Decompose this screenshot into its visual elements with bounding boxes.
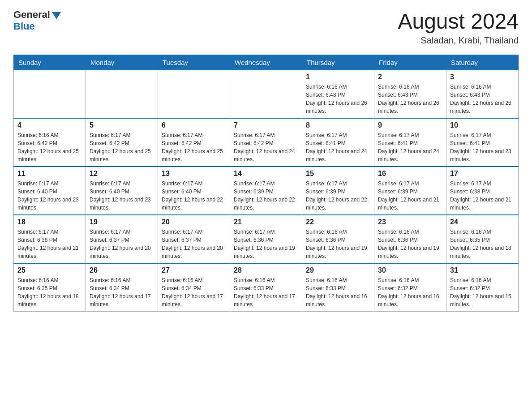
- logo-blue-text: Blue: [13, 21, 61, 32]
- day-number: 10: [450, 121, 515, 129]
- day-info: Sunrise: 6:16 AM Sunset: 6:43 PM Dayligh…: [450, 83, 515, 115]
- day-number: 25: [17, 266, 82, 274]
- day-number: 5: [90, 121, 154, 129]
- day-number: 27: [162, 266, 226, 274]
- calendar-cell: 18Sunrise: 6:17 AM Sunset: 6:38 PM Dayli…: [14, 215, 86, 263]
- day-info: Sunrise: 6:16 AM Sunset: 6:34 PM Dayligh…: [90, 276, 154, 308]
- day-number: 13: [162, 170, 226, 178]
- logo-general-text: General: [13, 9, 50, 21]
- day-info: Sunrise: 6:17 AM Sunset: 6:36 PM Dayligh…: [234, 228, 298, 260]
- day-info: Sunrise: 6:17 AM Sunset: 6:41 PM Dayligh…: [378, 131, 442, 163]
- calendar-cell: 3Sunrise: 6:16 AM Sunset: 6:43 PM Daylig…: [446, 70, 519, 119]
- calendar-week-row: 18Sunrise: 6:17 AM Sunset: 6:38 PM Dayli…: [14, 215, 519, 263]
- day-info: Sunrise: 6:17 AM Sunset: 6:41 PM Dayligh…: [450, 131, 515, 163]
- calendar-cell: 24Sunrise: 6:16 AM Sunset: 6:35 PM Dayli…: [446, 215, 519, 263]
- day-info: Sunrise: 6:17 AM Sunset: 6:41 PM Dayligh…: [306, 131, 370, 163]
- day-number: 15: [306, 170, 370, 178]
- calendar-cell: 26Sunrise: 6:16 AM Sunset: 6:34 PM Dayli…: [86, 263, 158, 312]
- day-number: 11: [17, 170, 82, 178]
- location-title: Saladan, Krabi, Thailand: [398, 35, 519, 46]
- calendar-cell: 8Sunrise: 6:17 AM Sunset: 6:41 PM Daylig…: [302, 118, 374, 167]
- calendar-cell: 31Sunrise: 6:16 AM Sunset: 6:32 PM Dayli…: [446, 263, 519, 312]
- calendar-cell: 28Sunrise: 6:16 AM Sunset: 6:33 PM Dayli…: [230, 263, 302, 312]
- day-number: 7: [234, 121, 298, 129]
- weekday-header: Saturday: [446, 55, 519, 70]
- day-info: Sunrise: 6:17 AM Sunset: 6:40 PM Dayligh…: [162, 180, 226, 212]
- weekday-header: Thursday: [302, 55, 374, 70]
- calendar-cell: [230, 70, 302, 119]
- day-number: 29: [306, 266, 370, 274]
- day-info: Sunrise: 6:16 AM Sunset: 6:43 PM Dayligh…: [378, 83, 442, 115]
- calendar-week-row: 11Sunrise: 6:17 AM Sunset: 6:40 PM Dayli…: [14, 167, 519, 215]
- day-info: Sunrise: 6:16 AM Sunset: 6:42 PM Dayligh…: [17, 131, 82, 163]
- calendar-week-row: 4Sunrise: 6:16 AM Sunset: 6:42 PM Daylig…: [14, 118, 519, 167]
- day-number: 14: [234, 170, 298, 178]
- day-number: 20: [162, 218, 226, 226]
- day-info: Sunrise: 6:17 AM Sunset: 6:42 PM Dayligh…: [162, 131, 226, 163]
- day-info: Sunrise: 6:17 AM Sunset: 6:39 PM Dayligh…: [234, 180, 298, 212]
- day-number: 16: [378, 170, 442, 178]
- day-info: Sunrise: 6:16 AM Sunset: 6:36 PM Dayligh…: [306, 228, 370, 260]
- day-number: 12: [90, 170, 154, 178]
- day-info: Sunrise: 6:16 AM Sunset: 6:33 PM Dayligh…: [234, 276, 298, 308]
- logo: General Blue: [13, 9, 61, 32]
- day-number: 8: [306, 121, 370, 129]
- calendar-cell: 25Sunrise: 6:16 AM Sunset: 6:35 PM Dayli…: [14, 263, 86, 312]
- calendar-cell: 19Sunrise: 6:17 AM Sunset: 6:37 PM Dayli…: [86, 215, 158, 263]
- day-number: 2: [378, 73, 442, 81]
- calendar-cell: [14, 70, 86, 119]
- calendar-cell: 7Sunrise: 6:17 AM Sunset: 6:42 PM Daylig…: [230, 118, 302, 167]
- day-info: Sunrise: 6:17 AM Sunset: 6:37 PM Dayligh…: [90, 228, 154, 260]
- calendar-cell: 13Sunrise: 6:17 AM Sunset: 6:40 PM Dayli…: [158, 167, 230, 215]
- calendar-cell: 4Sunrise: 6:16 AM Sunset: 6:42 PM Daylig…: [14, 118, 86, 167]
- calendar-cell: [158, 70, 230, 119]
- day-number: 24: [450, 218, 515, 226]
- weekday-header: Friday: [374, 55, 446, 70]
- title-section: August 2024 Saladan, Krabi, Thailand: [398, 9, 519, 46]
- calendar-cell: 12Sunrise: 6:17 AM Sunset: 6:40 PM Dayli…: [86, 167, 158, 215]
- calendar-cell: 11Sunrise: 6:17 AM Sunset: 6:40 PM Dayli…: [14, 167, 86, 215]
- day-number: 19: [90, 218, 154, 226]
- day-number: 22: [306, 218, 370, 226]
- calendar-table: SundayMondayTuesdayWednesdayThursdayFrid…: [13, 55, 519, 312]
- day-info: Sunrise: 6:17 AM Sunset: 6:38 PM Dayligh…: [17, 228, 82, 260]
- day-info: Sunrise: 6:17 AM Sunset: 6:40 PM Dayligh…: [90, 180, 154, 212]
- calendar-cell: 16Sunrise: 6:17 AM Sunset: 6:39 PM Dayli…: [374, 167, 446, 215]
- calendar-header-row: SundayMondayTuesdayWednesdayThursdayFrid…: [14, 55, 519, 70]
- calendar-cell: 2Sunrise: 6:16 AM Sunset: 6:43 PM Daylig…: [374, 70, 446, 119]
- calendar-cell: 6Sunrise: 6:17 AM Sunset: 6:42 PM Daylig…: [158, 118, 230, 167]
- day-info: Sunrise: 6:17 AM Sunset: 6:38 PM Dayligh…: [450, 180, 515, 212]
- day-number: 21: [234, 218, 298, 226]
- calendar-cell: 29Sunrise: 6:16 AM Sunset: 6:33 PM Dayli…: [302, 263, 374, 312]
- calendar-cell: 30Sunrise: 6:16 AM Sunset: 6:32 PM Dayli…: [374, 263, 446, 312]
- month-title: August 2024: [398, 9, 519, 34]
- day-number: 1: [306, 73, 370, 81]
- day-number: 9: [378, 121, 442, 129]
- day-info: Sunrise: 6:16 AM Sunset: 6:43 PM Dayligh…: [306, 83, 370, 115]
- day-info: Sunrise: 6:17 AM Sunset: 6:37 PM Dayligh…: [162, 228, 226, 260]
- calendar-cell: 20Sunrise: 6:17 AM Sunset: 6:37 PM Dayli…: [158, 215, 230, 263]
- day-info: Sunrise: 6:16 AM Sunset: 6:34 PM Dayligh…: [162, 276, 226, 308]
- page-header: General Blue August 2024 Saladan, Krabi,…: [13, 9, 519, 46]
- day-number: 4: [17, 121, 82, 129]
- calendar-cell: 21Sunrise: 6:17 AM Sunset: 6:36 PM Dayli…: [230, 215, 302, 263]
- day-info: Sunrise: 6:17 AM Sunset: 6:42 PM Dayligh…: [90, 131, 154, 163]
- calendar-week-row: 25Sunrise: 6:16 AM Sunset: 6:35 PM Dayli…: [14, 263, 519, 312]
- day-number: 31: [450, 266, 515, 274]
- calendar-week-row: 1Sunrise: 6:16 AM Sunset: 6:43 PM Daylig…: [14, 70, 519, 119]
- weekday-header: Sunday: [14, 55, 86, 70]
- day-number: 28: [234, 266, 298, 274]
- calendar-cell: 9Sunrise: 6:17 AM Sunset: 6:41 PM Daylig…: [374, 118, 446, 167]
- day-number: 30: [378, 266, 442, 274]
- logo-arrow-icon: [52, 12, 61, 19]
- day-number: 23: [378, 218, 442, 226]
- calendar-cell: 15Sunrise: 6:17 AM Sunset: 6:39 PM Dayli…: [302, 167, 374, 215]
- weekday-header: Monday: [86, 55, 158, 70]
- day-info: Sunrise: 6:16 AM Sunset: 6:35 PM Dayligh…: [17, 276, 82, 308]
- day-number: 17: [450, 170, 515, 178]
- calendar-cell: 1Sunrise: 6:16 AM Sunset: 6:43 PM Daylig…: [302, 70, 374, 119]
- day-number: 18: [17, 218, 82, 226]
- calendar-cell: 23Sunrise: 6:16 AM Sunset: 6:36 PM Dayli…: [374, 215, 446, 263]
- day-number: 3: [450, 73, 515, 81]
- calendar-cell: 14Sunrise: 6:17 AM Sunset: 6:39 PM Dayli…: [230, 167, 302, 215]
